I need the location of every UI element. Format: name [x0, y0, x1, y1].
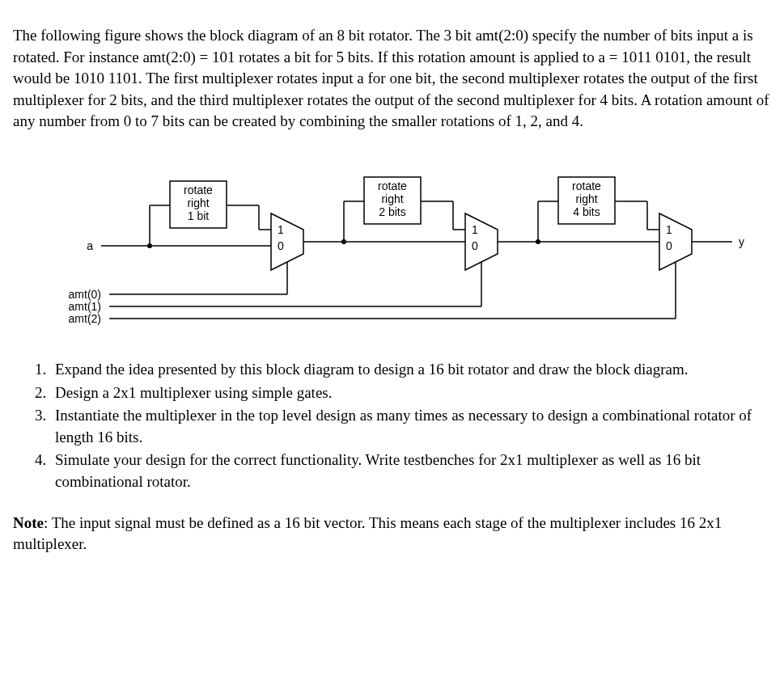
question-2: Design a 2x1 multiplexer using simple ga… [50, 382, 771, 404]
stage1-line3: 1 bit [187, 209, 209, 222]
stage3-line1: rotate [572, 179, 601, 192]
svg-marker-9 [271, 213, 303, 270]
note-bold: Note [13, 514, 44, 531]
block-diagram: a rotate right 1 bit 1 0 rotate right 2 … [13, 157, 771, 327]
stage1-line1: rotate [184, 184, 213, 196]
question-4: Simulate your design for the correct fun… [50, 450, 771, 492]
stage2-line3: 2 bits [379, 205, 405, 218]
stage3-line2: right [575, 192, 597, 205]
question-3: Instantiate the multiplexer in the top l… [50, 405, 771, 448]
mux2-in0: 0 [472, 239, 478, 252]
amt1-label: amt(1) [68, 300, 100, 313]
stage2-line1: rotate [378, 179, 407, 192]
svg-marker-20 [465, 213, 498, 270]
question-list: Expand the idea presented by this block … [13, 359, 771, 493]
mux3-in0: 0 [666, 239, 672, 252]
rotator-diagram-svg: a rotate right 1 bit 1 0 rotate right 2 … [28, 157, 756, 327]
problem-description: The following figure shows the block dia… [13, 25, 771, 133]
svg-marker-31 [659, 213, 692, 270]
stage1-line2: right [187, 196, 209, 209]
amt0-label: amt(0) [68, 288, 100, 301]
amt2-label: amt(2) [68, 312, 100, 325]
mux1-in0: 0 [278, 239, 284, 252]
mux2-in1: 1 [472, 223, 478, 236]
note-paragraph: Note: The input signal must be defined a… [13, 513, 771, 555]
input-a-label: a [87, 239, 93, 252]
mux3-in1: 1 [666, 223, 672, 236]
mux1-in1: 1 [278, 223, 284, 236]
output-y-label: y [739, 235, 744, 248]
question-1: Expand the idea presented by this block … [50, 359, 771, 381]
stage3-line3: 4 bits [573, 205, 600, 218]
stage2-line2: right [381, 192, 403, 205]
note-text: : The input signal must be defined as a … [13, 514, 722, 553]
